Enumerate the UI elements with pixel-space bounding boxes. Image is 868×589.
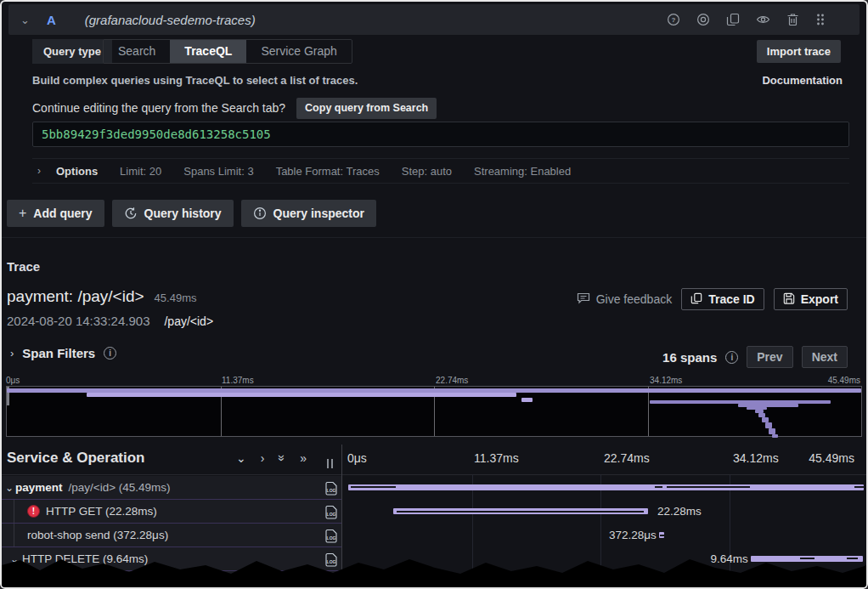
- service-operation-header[interactable]: Service & Operation: [7, 450, 145, 467]
- option-table-format: Table Format: Traces: [276, 165, 380, 178]
- span-operation: /pay/<id> (45.49ms): [69, 481, 171, 494]
- span-row-http-get: ! HTTP GET (22.28ms) LOG 22.28ms: [2, 500, 866, 524]
- span-filters-expand-icon[interactable]: ›: [10, 347, 14, 360]
- minimap-tick-3: 34.12ms: [650, 376, 682, 385]
- query-inspector-button[interactable]: Query inspector: [241, 200, 376, 227]
- info-circle-icon: [253, 207, 267, 220]
- trace-start-time: 2024-08-20 14:33:24.903: [7, 314, 149, 328]
- comment-icon: [577, 292, 590, 307]
- error-icon: !: [27, 505, 40, 518]
- hide-response-icon[interactable]: [756, 13, 770, 26]
- copy-icon: [690, 292, 702, 307]
- minimap-span-bar: [765, 422, 772, 428]
- svg-text:LOG: LOG: [327, 488, 336, 493]
- span-count-info-icon[interactable]: i: [725, 351, 738, 364]
- svg-text:LOG: LOG: [327, 535, 336, 541]
- span-bar: [393, 508, 648, 514]
- span-operation: robot-shop send (372.28μs): [27, 529, 168, 541]
- trace-duration: 45.49ms: [155, 292, 197, 304]
- trace-title: payment: /pay/<id>: [7, 287, 144, 306]
- add-query-button[interactable]: + Add query: [7, 200, 104, 227]
- minimap-tick-1: 11.37ms: [222, 376, 254, 385]
- logs-icon[interactable]: LOG: [325, 505, 337, 522]
- span-row-payment: ⌄ payment /pay/<id> (45.49ms) LOG: [2, 476, 866, 500]
- span-bar-area[interactable]: 372.28μs: [344, 524, 865, 547]
- span-name-cell[interactable]: ! HTTP GET (22.28ms) LOG: [2, 500, 341, 524]
- grafana-explore-frame: ⌄ A (grafanacloud-sedemo-traces) ?: [0, 0, 868, 589]
- torn-edge-decoration: [2, 553, 868, 587]
- expand-all-icon[interactable]: »: [300, 451, 307, 465]
- copy-query-button[interactable]: Copy query from Search: [296, 98, 437, 119]
- options-label[interactable]: Options: [56, 165, 98, 178]
- indent-guide: [14, 500, 14, 523]
- collapse-all-icon[interactable]: »: [275, 455, 289, 462]
- minimap-tick-0: 0μs: [6, 376, 20, 385]
- section-divider: [2, 237, 866, 238]
- timeline-tick-2: 22.74ms: [604, 451, 650, 465]
- expand-one-icon[interactable]: ›: [261, 451, 265, 465]
- help-icon[interactable]: ?: [667, 13, 680, 26]
- minimap-axis: 0μs 11.37ms 22.74ms 34.12ms 45.49ms: [6, 376, 862, 385]
- column-resize-handle[interactable]: [327, 459, 333, 468]
- trace-root-span: /pay/<id>: [164, 314, 213, 328]
- span-bar: [348, 484, 864, 490]
- timeline-tick-4: 45.49ms: [809, 451, 854, 465]
- disable-query-icon[interactable]: [696, 13, 710, 26]
- minimap-span-bar: [769, 428, 775, 434]
- query-history-button[interactable]: Query history: [112, 200, 234, 227]
- logs-icon[interactable]: LOG: [325, 529, 337, 546]
- span-bar-area[interactable]: 22.28ms: [344, 500, 865, 524]
- duplicate-query-icon[interactable]: [726, 13, 740, 26]
- tab-traceql[interactable]: TraceQL: [170, 40, 246, 63]
- timeline-header: Service & Operation ⌄ › » » 0μs 11.37ms …: [2, 445, 866, 475]
- tab-search[interactable]: Search: [104, 40, 170, 63]
- tab-service-graph[interactable]: Service Graph: [246, 40, 351, 63]
- span-count: 16 spans: [662, 350, 717, 365]
- option-limit: Limit: 20: [120, 165, 161, 178]
- timeline-tick-1: 11.37ms: [474, 451, 519, 465]
- chevron-down-icon[interactable]: ⌄: [3, 482, 15, 494]
- minimap-span-bar: [772, 434, 778, 438]
- minimap-gridline: [648, 387, 649, 436]
- delete-query-icon[interactable]: [786, 13, 799, 26]
- save-icon: [783, 292, 795, 307]
- documentation-link[interactable]: Documentation: [762, 74, 843, 87]
- query-type-tabs: Search TraceQL Service Graph: [103, 39, 352, 64]
- timeline-tick-3: 34.12ms: [733, 451, 779, 465]
- continue-prompt: Continue editing the query from the Sear…: [32, 101, 285, 115]
- traceql-query-input[interactable]: 5bb89429f3ded9950de8d613258c5105: [32, 122, 849, 147]
- minimap-canvas[interactable]: [6, 386, 862, 437]
- collapse-one-icon[interactable]: ⌄: [236, 451, 246, 465]
- minimap-tick-2: 22.74ms: [436, 376, 468, 385]
- span-bar-area[interactable]: [344, 476, 865, 500]
- trace-id-button[interactable]: Trace ID: [681, 288, 764, 310]
- span-bar: [659, 532, 664, 538]
- give-feedback-link[interactable]: Give feedback: [577, 292, 673, 307]
- span-filters-label[interactable]: Span Filters: [22, 346, 95, 360]
- svg-text:?: ?: [672, 16, 676, 24]
- export-button[interactable]: Export: [774, 288, 848, 310]
- logs-icon[interactable]: LOG: [325, 481, 337, 498]
- timeline-tick-0: 0μs: [347, 451, 367, 465]
- plus-icon: +: [19, 206, 26, 221]
- option-streaming: Streaming: Enabled: [474, 165, 571, 178]
- drag-handle-icon[interactable]: [815, 13, 826, 26]
- minimap-tick-4: 45.49ms: [828, 376, 860, 385]
- indent-guide: [14, 524, 14, 547]
- prev-span-button[interactable]: Prev: [747, 346, 792, 368]
- options-expand-icon[interactable]: ›: [37, 165, 41, 177]
- trace-panel-title: Trace: [7, 259, 40, 274]
- query-collapse-icon[interactable]: ⌄: [20, 14, 30, 26]
- span-row-robot-shop-send: robot-shop send (372.28μs) LOG 372.28μs: [2, 524, 866, 547]
- next-span-button[interactable]: Next: [802, 346, 848, 368]
- import-trace-button[interactable]: Import trace: [757, 40, 841, 63]
- span-filters-info-icon[interactable]: i: [104, 347, 116, 360]
- minimap-span-bar: [87, 393, 516, 397]
- query-ref-id: A: [47, 13, 56, 27]
- history-icon: [124, 207, 138, 220]
- span-name-cell[interactable]: robot-shop send (372.28μs) LOG: [2, 524, 341, 547]
- query-type-label: Query type: [32, 39, 112, 64]
- span-operation: HTTP GET (22.28ms): [46, 505, 157, 518]
- datasource-label: (grafanacloud-sedemo-traces): [85, 13, 256, 27]
- span-name-cell[interactable]: ⌄ payment /pay/<id> (45.49ms) LOG: [2, 476, 341, 500]
